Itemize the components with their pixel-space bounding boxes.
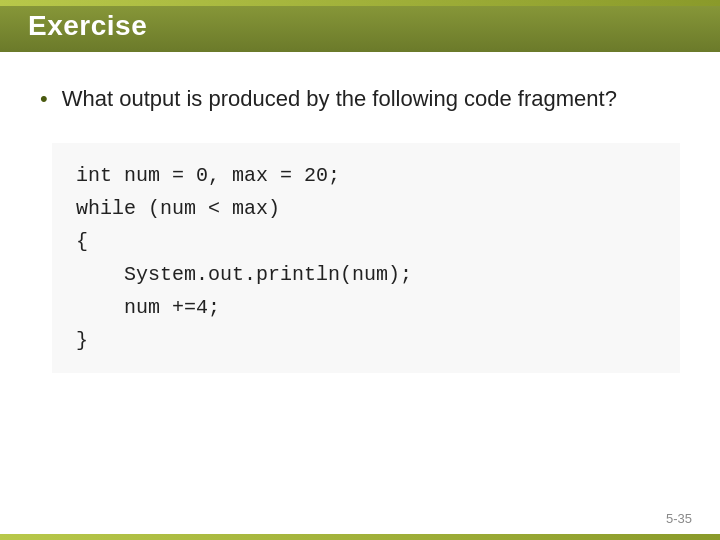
code-line-1: int num = 0, max = 20;: [76, 159, 656, 192]
top-accent-bar: [0, 0, 720, 6]
code-line-5: num +=4;: [76, 291, 656, 324]
bullet-item: • What output is produced by the followi…: [40, 84, 680, 115]
question-text: What output is produced by the following…: [62, 84, 617, 115]
slide-number: 5-35: [666, 511, 692, 526]
code-block: int num = 0, max = 20; while (num < max)…: [52, 143, 680, 373]
header-bar: Exercise: [0, 0, 720, 52]
code-line-3: {: [76, 225, 656, 258]
slide: Exercise • What output is produced by th…: [0, 0, 720, 540]
slide-content: • What output is produced by the followi…: [0, 52, 720, 540]
bottom-accent-bar: [0, 534, 720, 540]
bullet-symbol: •: [40, 86, 48, 112]
code-line-2: while (num < max): [76, 192, 656, 225]
code-line-4: System.out.println(num);: [76, 258, 656, 291]
code-line-6: }: [76, 324, 656, 357]
slide-title: Exercise: [28, 10, 147, 42]
